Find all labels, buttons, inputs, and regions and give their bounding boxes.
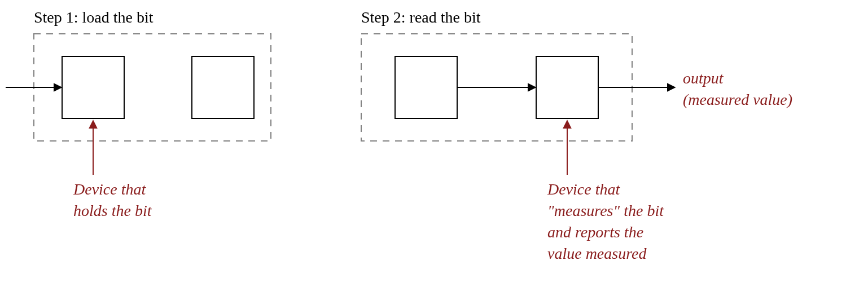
step2-measure-device-box — [536, 56, 598, 118]
step1-hold-device-box — [62, 56, 124, 118]
step2-title: Step 2: read the bit — [361, 8, 481, 26]
diagram-canvas: Step 1: load the bit Device that holds t… — [0, 0, 868, 296]
step2-annotation-line1: Device that — [547, 180, 620, 198]
step1-group: Step 1: load the bit Device that holds t… — [6, 8, 271, 219]
step1-annotation-line2: holds the bit — [73, 202, 152, 219]
step2-annotation-line4: value measured — [547, 245, 647, 262]
step2-hold-device-box — [395, 56, 457, 118]
step1-idle-box — [192, 56, 254, 118]
step2-group: Step 2: read the bit output (measured va… — [361, 8, 792, 262]
step2-annotation-line3: and reports the — [547, 223, 643, 241]
step1-title: Step 1: load the bit — [34, 8, 154, 26]
step2-annotation-line2: "measures" the bit — [547, 202, 664, 219]
step1-annotation-line1: Device that — [73, 180, 146, 198]
step2-output-line2: (measured value) — [683, 91, 792, 108]
step2-output-line1: output — [683, 69, 724, 87]
